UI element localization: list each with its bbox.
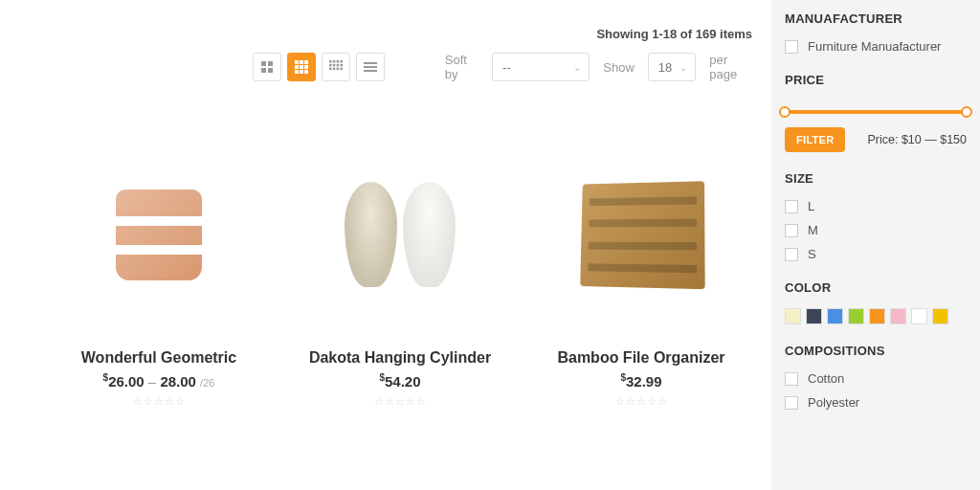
filter-heading-compositions: COMPOSITIONS (785, 344, 967, 358)
controls-bar: Soft by -- ⌄ Show 18 ⌄ per page (48, 53, 752, 81)
svg-rect-3 (268, 68, 273, 73)
product-listing: Showing 1-18 of 169 items Soft by -- ⌄ S… (0, 0, 771, 490)
filter-option[interactable]: Furniture Manuafacturer (785, 39, 967, 54)
checkbox-icon (785, 40, 798, 54)
checkbox-icon (785, 200, 798, 213)
product-title: Dakota Hanging Cylinder (289, 349, 511, 367)
filter-option[interactable]: S (785, 247, 967, 261)
filter-heading-price: PRICE (785, 73, 967, 87)
filter-heading-color: COLOR (785, 280, 967, 295)
product-price: $54.20 (289, 372, 511, 390)
filter-sidebar: MANUAFACTURER Furniture Manuafacturer PR… (771, 0, 980, 490)
svg-rect-6 (304, 60, 308, 64)
product-thumbnail (530, 120, 752, 349)
list-icon (364, 60, 377, 74)
grid-3-icon (295, 60, 308, 74)
color-swatch[interactable] (785, 308, 801, 324)
product-price: $32.99 (530, 372, 752, 390)
price-slider[interactable] (785, 110, 967, 114)
svg-rect-11 (300, 70, 303, 74)
svg-rect-20 (340, 64, 343, 67)
filter-option-label: S (808, 247, 816, 261)
slider-handle-max[interactable] (961, 106, 972, 118)
grid-2-icon (260, 60, 274, 74)
price-range-text: Price: $10 — $150 (867, 133, 967, 146)
color-swatch[interactable] (806, 308, 822, 324)
view-list-button[interactable] (356, 53, 385, 81)
svg-rect-1 (268, 61, 273, 66)
svg-rect-14 (333, 60, 336, 63)
color-swatch[interactable] (827, 308, 843, 324)
svg-rect-0 (261, 61, 266, 66)
product-price: $26.00 – 28.00 /26 (48, 372, 270, 390)
checkbox-icon (785, 248, 798, 261)
color-swatch[interactable] (869, 308, 885, 324)
svg-rect-26 (364, 66, 377, 68)
grid-4-icon (329, 60, 343, 74)
svg-rect-22 (333, 68, 336, 71)
color-swatch[interactable] (890, 308, 906, 324)
svg-rect-19 (337, 64, 340, 67)
svg-rect-18 (333, 64, 336, 67)
color-swatches (785, 308, 967, 324)
color-swatch[interactable] (911, 308, 927, 324)
checkbox-icon (785, 224, 798, 237)
showing-count: Showing 1-18 of 169 items (596, 27, 752, 41)
svg-rect-5 (300, 60, 303, 64)
filter-button[interactable]: FILTER (785, 127, 845, 152)
sort-value: -- (502, 60, 511, 75)
svg-rect-7 (295, 65, 299, 69)
filter-option[interactable]: Cotton (785, 371, 967, 386)
rating-stars: ☆☆☆☆☆ (289, 395, 511, 408)
product-card[interactable]: Wonderful Geometric $26.00 – 28.00 /26 ☆… (48, 120, 270, 408)
filter-option[interactable]: L (785, 199, 967, 213)
filter-option-label: Furniture Manuafacturer (808, 39, 941, 54)
sort-label: Soft by (445, 53, 479, 81)
view-grid-4-button[interactable] (322, 53, 350, 81)
product-grid: Wonderful Geometric $26.00 – 28.00 /26 ☆… (48, 120, 752, 408)
svg-rect-24 (340, 68, 343, 71)
product-card[interactable]: Dakota Hanging Cylinder $54.20 ☆☆☆☆☆ (289, 120, 511, 408)
filter-heading-manufacturer: MANUAFACTURER (785, 11, 967, 26)
per-page-label: per page (709, 53, 752, 81)
show-label: Show (603, 60, 635, 75)
filter-option-label: Polyester (808, 395, 859, 410)
product-thumbnail (48, 120, 270, 349)
svg-rect-25 (364, 62, 377, 64)
svg-rect-10 (295, 70, 299, 74)
svg-rect-12 (304, 70, 308, 74)
svg-rect-4 (295, 60, 299, 64)
svg-rect-27 (364, 70, 377, 72)
filter-heading-size: SIZE (785, 171, 967, 186)
chevron-down-icon: ⌄ (679, 62, 687, 73)
rating-stars: ☆☆☆☆☆ (530, 395, 752, 408)
filter-option[interactable]: Polyester (785, 395, 967, 410)
svg-rect-15 (337, 60, 340, 63)
product-title: Wonderful Geometric (48, 349, 270, 367)
product-card[interactable]: Bamboo File Organizer $32.99 ☆☆☆☆☆ (530, 120, 752, 408)
chevron-down-icon: ⌄ (573, 62, 581, 73)
product-title: Bamboo File Organizer (530, 349, 752, 367)
product-thumbnail (289, 120, 511, 349)
filter-option-label: L (808, 199, 814, 213)
color-swatch[interactable] (848, 308, 864, 324)
slider-handle-min[interactable] (779, 106, 791, 118)
view-mode-group (253, 53, 385, 81)
view-grid-3-button[interactable] (287, 53, 316, 81)
svg-rect-16 (340, 60, 343, 63)
svg-rect-21 (329, 68, 332, 71)
rating-stars: ☆☆☆☆☆ (48, 395, 270, 408)
filter-option-label: M (808, 223, 818, 237)
color-swatch[interactable] (932, 308, 948, 324)
show-value: 18 (658, 60, 672, 75)
checkbox-icon (785, 372, 798, 386)
svg-rect-8 (300, 65, 303, 69)
show-select[interactable]: 18 ⌄ (648, 53, 696, 81)
svg-rect-13 (329, 60, 332, 63)
filter-option[interactable]: M (785, 223, 967, 237)
svg-rect-9 (304, 65, 308, 69)
view-grid-2-button[interactable] (253, 53, 281, 81)
filter-option-label: Cotton (808, 371, 844, 386)
svg-rect-2 (261, 68, 266, 73)
sort-select[interactable]: -- ⌄ (492, 53, 590, 81)
